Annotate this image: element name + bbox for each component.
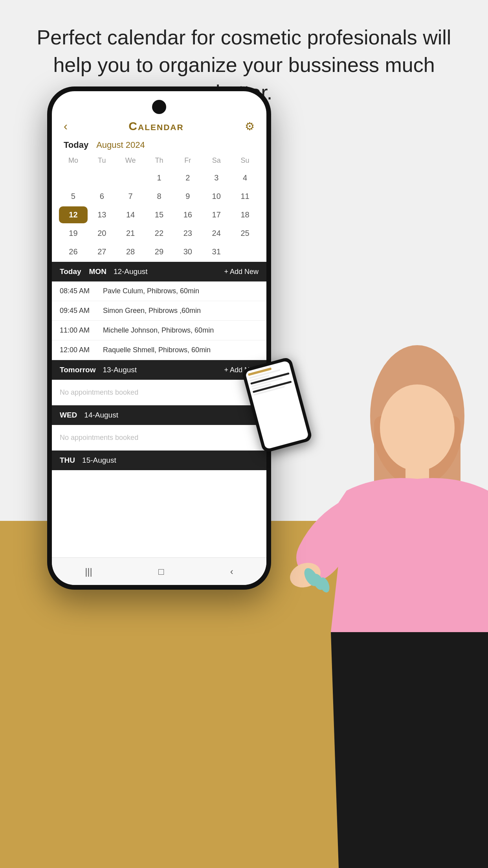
svg-point-2	[380, 384, 455, 471]
appt-wed-label: WED	[60, 411, 77, 419]
appt-date: 12-August	[114, 267, 148, 276]
phone-device: ‹ Calendar ⚙ Today August 2024 Mo Tu We …	[47, 86, 271, 590]
cal-cell[interactable]	[116, 169, 145, 186]
appointment-row[interactable]: 12:00 AM Raquelle Shmell, Phibrows, 60mi…	[52, 340, 266, 360]
cal-cell[interactable]: 27	[88, 243, 116, 260]
svg-rect-1	[374, 416, 460, 554]
appt-time: 11:00 AM	[60, 326, 103, 335]
phone-camera	[152, 100, 166, 114]
no-appointments-text-2: No appointments booked	[52, 425, 266, 451]
cal-cell[interactable]: 5	[59, 188, 88, 205]
calendar-grid: Mo Tu We Th Fr Sa Su 1 2 3 4	[52, 154, 266, 260]
cal-cell[interactable]: 9	[173, 188, 202, 205]
cal-cell[interactable]: 11	[231, 188, 259, 205]
cal-cell[interactable]: 17	[202, 206, 231, 223]
appt-detail: Raquelle Shmell, Phibrows, 60min	[103, 346, 211, 354]
cal-cell[interactable]: 16	[173, 206, 202, 223]
cal-cell[interactable]	[59, 169, 88, 186]
cal-cell[interactable]: 31	[202, 243, 231, 260]
cal-cell[interactable]: 4	[231, 169, 259, 186]
cal-cell[interactable]: 29	[145, 243, 174, 260]
settings-icon[interactable]: ⚙	[245, 120, 255, 133]
cal-cell[interactable]	[231, 243, 259, 260]
appointment-section-thu: THU 15-August	[52, 451, 266, 470]
appt-tomorrow-label: Tomorrow	[60, 366, 95, 374]
appt-date-15: 15-August	[82, 456, 116, 465]
cal-cell[interactable]: 26	[59, 243, 88, 260]
cal-cell[interactable]: 6	[88, 188, 116, 205]
cal-cell[interactable]: 24	[202, 225, 231, 242]
appointment-row[interactable]: 09:45 AM Simon Green, Phibrows ,60min	[52, 301, 266, 321]
appointment-row[interactable]: 11:00 AM Michelle Johnson, Phibrows, 60m…	[52, 321, 266, 340]
cal-cell[interactable]: 8	[145, 188, 174, 205]
cal-cell[interactable]	[88, 169, 116, 186]
appt-detail: Michelle Johnson, Phibrows, 60min	[103, 326, 214, 335]
cal-cell[interactable]: 22	[145, 225, 174, 242]
svg-point-6	[310, 572, 326, 592]
appt-time: 09:45 AM	[60, 307, 103, 315]
svg-point-4	[286, 559, 324, 592]
cal-cell[interactable]: 19	[59, 225, 88, 242]
cal-cell[interactable]: 3	[202, 169, 231, 186]
cal-cell[interactable]: 10	[202, 188, 231, 205]
appt-time: 12:00 AM	[60, 346, 103, 354]
cal-cell[interactable]: 23	[173, 225, 202, 242]
back-nav-icon[interactable]: ‹	[230, 566, 233, 577]
appt-detail: Simon Green, Phibrows ,60min	[103, 307, 201, 315]
appointment-row[interactable]: 08:45 AM Pavle Culum, Phibrows, 60min	[52, 281, 266, 301]
day-name-th: Th	[145, 154, 174, 167]
day-name-sa: Sa	[202, 154, 231, 167]
cal-cell[interactable]: 30	[173, 243, 202, 260]
appt-time: 08:45 AM	[60, 287, 103, 295]
cal-cell-today[interactable]: 12	[59, 206, 88, 223]
cal-cell[interactable]: 18	[231, 206, 259, 223]
appt-today-label: Today	[60, 267, 81, 276]
day-name-we: We	[116, 154, 145, 167]
recents-nav-icon[interactable]: |||	[85, 566, 92, 577]
cal-cell[interactable]: 1	[145, 169, 174, 186]
cal-cell[interactable]: 15	[145, 206, 174, 223]
cal-cell[interactable]: 13	[88, 206, 116, 223]
svg-point-5	[301, 566, 321, 588]
day-name-tu: Tu	[88, 154, 116, 167]
svg-point-0	[370, 345, 464, 487]
home-nav-icon[interactable]: □	[158, 566, 164, 577]
appointment-section-tomorrow: Tomorrow 13-August + Add New No appointm…	[52, 360, 266, 405]
calendar-title: Calendar	[128, 120, 183, 133]
appointment-section-today: Today MON 12-August + Add New 08:45 AM P…	[52, 262, 266, 360]
cal-cell[interactable]: 14	[116, 206, 145, 223]
cal-cell[interactable]: 2	[173, 169, 202, 186]
svg-rect-3	[405, 465, 429, 493]
add-appointment-button[interactable]: + Add New	[224, 268, 259, 276]
day-name-su: Su	[231, 154, 259, 167]
svg-point-7	[318, 576, 331, 594]
cal-cell[interactable]: 25	[231, 225, 259, 242]
appt-date-13: 13-August	[103, 366, 137, 374]
day-name-mo: Mo	[59, 154, 88, 167]
appt-date-14: 14-August	[84, 411, 118, 419]
cal-cell[interactable]: 7	[116, 188, 145, 205]
appointment-section-wed: WED 14-August No appointments booked	[52, 405, 266, 451]
appt-thu-label: THU	[60, 456, 75, 465]
bottom-nav: ||| □ ‹	[52, 557, 266, 585]
appt-detail: Pavle Culum, Phibrows, 60min	[103, 287, 199, 295]
back-button[interactable]: ‹	[64, 120, 68, 133]
cal-cell[interactable]: 20	[88, 225, 116, 242]
cal-cell[interactable]: 21	[116, 225, 145, 242]
appt-dow: MON	[89, 267, 106, 276]
today-button[interactable]: Today	[64, 140, 88, 150]
no-appointments-text: No appointments booked	[52, 380, 266, 405]
cal-cell[interactable]: 28	[116, 243, 145, 260]
day-name-fr: Fr	[173, 154, 202, 167]
month-label: August 2024	[96, 140, 145, 150]
